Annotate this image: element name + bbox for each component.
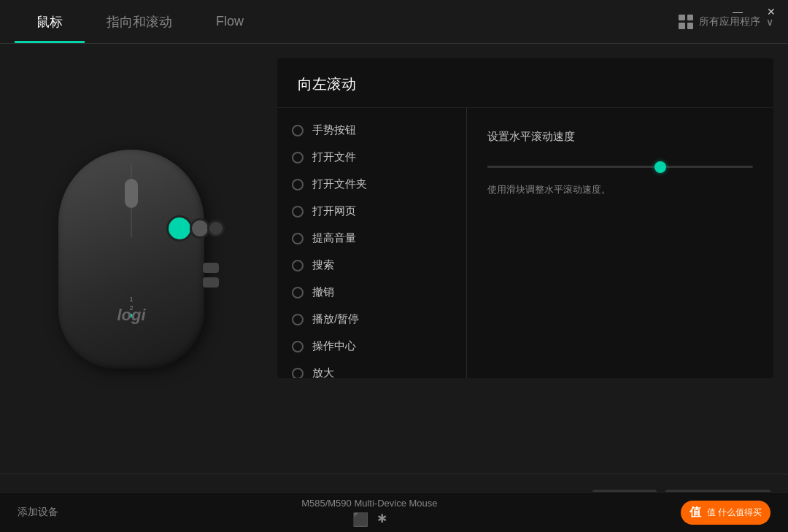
list-item-open-folder[interactable]: 打开文件夹 <box>277 171 466 198</box>
list-item-volume-up[interactable]: 提高音量 <box>277 225 466 252</box>
mouse-number-1: 1 <box>129 296 133 304</box>
mouse-small-buttons <box>203 263 219 288</box>
slider-container[interactable] <box>487 166 753 168</box>
radio-gesture <box>292 125 304 136</box>
list-item-action-center[interactable]: 操作中心 <box>277 333 466 360</box>
mouse-scroll-wheel <box>125 179 138 208</box>
radio-play-pause <box>292 314 304 325</box>
slider-fill <box>487 166 660 168</box>
popup-title: 向左滚动 <box>277 58 773 108</box>
mouse-logo: logi <box>117 306 145 325</box>
footer-badge[interactable]: 值 值 什么值得买 <box>681 501 770 525</box>
mouse-small-btn-1 <box>203 263 219 273</box>
tab-point-scroll[interactable]: 指向和滚动 <box>85 0 194 43</box>
slider-track <box>487 166 753 168</box>
list-item-zoom-in[interactable]: 放大 <box>277 360 466 378</box>
footer: 添加设备 M585/M590 Multi-Device Mouse ⬛ ✱ 值 … <box>0 492 788 532</box>
mouse-body: 1 2 logi <box>58 150 204 369</box>
add-device-button[interactable]: 添加设备 <box>18 506 58 519</box>
bluetooth-icon: ✱ <box>377 512 387 528</box>
radio-open-webpage <box>292 206 304 217</box>
main-content: 1 2 logi 向左滚动 手势按钮 <box>0 44 788 474</box>
list-item-undo[interactable]: 撤销 <box>277 279 466 306</box>
apps-grid-icon[interactable] <box>679 15 693 29</box>
apps-chevron: ∨ <box>766 16 773 28</box>
left-panel: 1 2 logi <box>0 44 263 474</box>
badge-text: 值 什么值得买 <box>707 506 762 519</box>
popup-panel: 向左滚动 手势按钮 打开文件 打开文件夹 <box>277 58 773 378</box>
mouse-btn-grey2 <box>207 220 225 237</box>
tab-flow[interactable]: Flow <box>194 0 266 43</box>
footer-center: M585/M590 Multi-Device Mouse ⬛ ✱ <box>58 498 681 528</box>
settings-description: 使用滑块调整水平滚动速度。 <box>487 182 753 198</box>
popup-list: 手势按钮 打开文件 打开文件夹 打开网页 <box>277 108 467 378</box>
list-item-open-file[interactable]: 打开文件 <box>277 144 466 171</box>
popup-settings: 设置水平滚动速度 使用滑块调整水平滚动速度。 <box>467 108 773 378</box>
device-icons: ⬛ ✱ <box>352 512 387 528</box>
list-item-play-pause[interactable]: 播放/暂停 <box>277 306 466 333</box>
list-item-open-webpage[interactable]: 打开网页 <box>277 198 466 225</box>
tab-mouse[interactable]: 鼠标 <box>15 0 85 43</box>
list-item-gesture[interactable]: 手势按钮 <box>277 117 466 144</box>
radio-open-file <box>292 152 304 163</box>
settings-label: 设置水平滚动速度 <box>487 130 753 144</box>
mouse-btn-teal <box>166 215 193 242</box>
radio-search <box>292 260 304 271</box>
mouse-small-btn-2 <box>203 277 219 288</box>
usb-icon: ⬛ <box>352 512 368 528</box>
right-panel: 向左滚动 手势按钮 打开文件 打开文件夹 <box>263 44 788 474</box>
top-nav: 鼠标 指向和滚动 Flow 所有应用程序 ∨ <box>0 0 788 44</box>
apps-label[interactable]: 所有应用程序 <box>699 15 760 28</box>
radio-open-folder <box>292 179 304 190</box>
badge-icon: 值 <box>690 505 701 520</box>
list-item-search[interactable]: 搜索 <box>277 252 466 279</box>
radio-volume-up <box>292 233 304 244</box>
popup-body: 手势按钮 打开文件 打开文件夹 打开网页 <box>277 108 773 378</box>
radio-undo <box>292 287 304 298</box>
apps-section: 所有应用程序 ∨ <box>679 0 773 43</box>
slider-thumb[interactable] <box>654 161 666 173</box>
device-name: M585/M590 Multi-Device Mouse <box>301 498 437 509</box>
radio-zoom-in <box>292 368 304 379</box>
radio-action-center <box>292 341 304 352</box>
mouse-illustration: 1 2 logi <box>40 150 223 383</box>
